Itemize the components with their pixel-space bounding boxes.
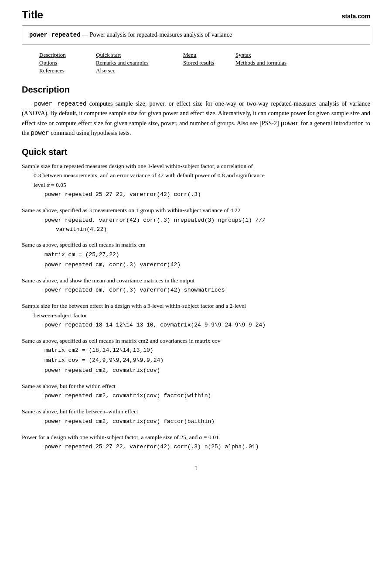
qs-code-6a: matrix cm2 = (18,14,12\14,13,10)	[22, 346, 370, 355]
description-heading: Description	[22, 85, 370, 95]
qs-desc-1-indent: 0.3 between measurements, and an error v…	[22, 171, 370, 180]
command-name: power repeated	[29, 31, 81, 38]
qs-desc-8: Same as above, but for the between–withi…	[22, 407, 370, 416]
qs-item-8: Same as above, but for the between–withi…	[22, 407, 370, 426]
qs-code-4: power repeated cm, corr(.3) varerror(42)…	[22, 286, 370, 295]
nav-options[interactable]: Options	[39, 59, 96, 66]
qs-item-1: Sample size for a repeated measures desi…	[22, 162, 370, 200]
qs-item-7: Same as above, but for the within effect…	[22, 382, 370, 401]
nav-also-see[interactable]: Also see	[96, 67, 183, 74]
nav-quick-start[interactable]: Quick start	[96, 52, 183, 58]
qs-desc-4: Same as above, and show the mean and cov…	[22, 276, 370, 285]
description-paragraph: power repeated computes sample size, pow…	[22, 99, 370, 138]
qs-item-3: Same as above, specified as cell means i…	[22, 240, 370, 269]
title-box-content: power repeated — Power analysis for repe…	[29, 30, 363, 40]
qs-code-6b: matrix cov = (24,9,9\9,24,9\9,9,24)	[22, 356, 370, 365]
nav-remarks[interactable]: Remarks and examples	[96, 59, 183, 66]
qs-code-3a: matrix cm = (25,27,22)	[22, 251, 370, 260]
qs-code-7: power repeated cm2, covmatrix(cov) facto…	[22, 392, 370, 401]
qs-item-2: Same as above, specified as 3 measuremen…	[22, 206, 370, 234]
qs-desc-5: Sample size for the between effect in a …	[22, 301, 370, 320]
quick-start-heading: Quick start	[22, 147, 370, 157]
desc-anova: ANOVA	[24, 110, 45, 117]
nav-references[interactable]: References	[39, 67, 96, 74]
qs-desc-1-indent2: level α = 0.05	[22, 180, 370, 190]
qs-code-3b: power repeated cm, corr(.3) varerror(42)	[22, 261, 370, 270]
qs-desc-6: Same as above, specified as cell means i…	[22, 336, 370, 346]
qs-code-9: power repeated 25 27 22, varerror(42) co…	[22, 443, 370, 452]
qs-desc-3: Same as above, specified as cell means i…	[22, 240, 370, 250]
title-description: Power analysis for repeated-measures ana…	[90, 31, 232, 38]
qs-desc-9: Power for a design with one within-subje…	[22, 433, 370, 442]
qs-item-6: Same as above, specified as cell means i…	[22, 336, 370, 375]
page-header: Title stata.com	[22, 9, 370, 21]
nav-description[interactable]: Description	[39, 52, 96, 58]
qs-desc-7: Same as above, but for the within effect	[22, 382, 370, 391]
desc-cmd3: power	[31, 130, 49, 137]
desc-cmd1: power repeated	[34, 100, 86, 107]
title-dash: —	[81, 31, 90, 38]
qs-desc-1: Sample size for a repeated measures desi…	[22, 162, 370, 190]
page-title: Title	[22, 9, 43, 21]
qs-code-1: power repeated 25 27 22, varerror(42) co…	[22, 190, 370, 199]
description-section: Description power repeated computes samp…	[22, 85, 370, 138]
title-box: power repeated — Power analysis for repe…	[22, 25, 370, 45]
page-number: 1	[22, 465, 370, 472]
nav-stored-results[interactable]: Stored results	[183, 59, 235, 66]
nav-menu[interactable]: Menu	[183, 52, 235, 58]
qs-code-8: power repeated cm2, covmatrix(cov) facto…	[22, 417, 370, 426]
qs-item-9: Power for a design with one within-subje…	[22, 433, 370, 452]
qs-item-4: Same as above, and show the mean and cov…	[22, 276, 370, 295]
desc-cmd2: power	[281, 120, 299, 127]
qs-desc-5-indent: between-subject factor	[22, 311, 370, 320]
nav-methods[interactable]: Methods and formulas	[235, 59, 323, 66]
qs-item-5: Sample size for the between effect in a …	[22, 301, 370, 330]
qs-code-2a: power repeated, varerror(42) corr(.3) nr…	[22, 216, 370, 225]
quick-start-content: Sample size for a repeated measures desi…	[22, 162, 370, 452]
qs-code-2b: varwithin(4.22)	[22, 225, 370, 234]
qs-desc-2: Same as above, specified as 3 measuremen…	[22, 206, 370, 215]
qs-code-5: power repeated 18 14 12\14 13 10, covmat…	[22, 321, 370, 330]
qs-code-6c: power repeated cm2, covmatrix(cov)	[22, 366, 370, 375]
nav-table: Description Quick start Menu Syntax Opti…	[39, 52, 370, 74]
stata-com-label: stata.com	[342, 13, 370, 20]
nav-syntax[interactable]: Syntax	[235, 52, 323, 58]
quick-start-section: Quick start Sample size for a repeated m…	[22, 147, 370, 452]
